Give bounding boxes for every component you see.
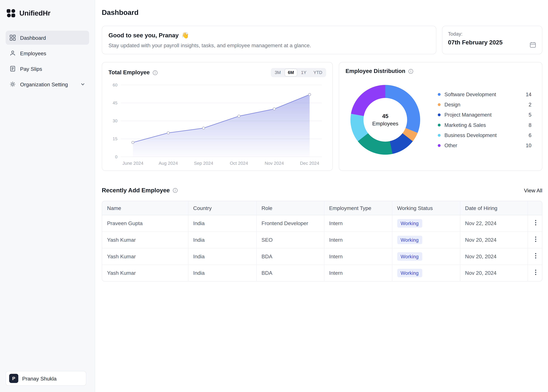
- app-logo-icon: [6, 8, 16, 18]
- country-cell: India: [188, 265, 257, 281]
- row-actions-cell: [527, 248, 542, 265]
- svg-text:15: 15: [113, 136, 118, 141]
- row-menu-button[interactable]: [533, 252, 538, 260]
- row-menu-button[interactable]: [533, 269, 538, 277]
- sidebar-item-employees[interactable]: Employees: [6, 46, 89, 60]
- legend-dot: [438, 113, 441, 116]
- sidebar-item-dashboard[interactable]: Dashboard: [6, 31, 89, 45]
- working-status-cell: Working: [392, 231, 460, 248]
- dashboard-icon: [9, 35, 16, 41]
- col-header-employment-type: Employment Type: [324, 201, 392, 215]
- legend-value: 14: [526, 91, 531, 97]
- row-actions-cell: [527, 231, 542, 248]
- legend-label: Design: [444, 102, 460, 107]
- range-6m-button[interactable]: 6M: [285, 69, 297, 77]
- col-header-actions: [527, 201, 542, 215]
- date-of-hiring-cell: Nov 22, 2024: [460, 215, 527, 231]
- today-date: 07th February 2025: [448, 39, 536, 46]
- sidebar-item-label: Dashboard: [20, 35, 46, 41]
- employee-distribution-header: Employee Distribution: [346, 68, 535, 74]
- employee-distribution-title: Employee Distribution: [346, 68, 405, 74]
- col-header-name: Name: [102, 201, 188, 215]
- welcome-greeting: Good to see you, Pranay 👋: [109, 32, 430, 39]
- country-cell: India: [188, 248, 257, 265]
- wave-emoji: 👋: [181, 32, 189, 39]
- legend-dot: [438, 144, 441, 147]
- recent-employees-title: Recently Add Employee: [102, 187, 170, 194]
- gear-icon: [9, 81, 16, 87]
- svg-text:Aug 2024: Aug 2024: [159, 161, 178, 166]
- employee-name-cell: Yash Kumar: [102, 248, 188, 265]
- user-profile[interactable]: P Pranay Shukla: [6, 371, 86, 386]
- app-logo: UnifiedHr: [6, 8, 88, 18]
- sidebar: UnifiedHr Dashboard: [0, 0, 95, 392]
- main-content: Dashboard Good to see you, Pranay 👋 Stay…: [95, 0, 548, 392]
- legend-item: Design2: [438, 102, 531, 107]
- legend-label: Other: [444, 142, 457, 148]
- svg-text:Dec 2024: Dec 2024: [300, 161, 319, 166]
- info-icon[interactable]: [173, 188, 178, 193]
- employee-name-cell: Yash Kumar: [102, 265, 188, 281]
- recent-employees-table-body: Praveen GuptaIndiaFrontend DeveloperInte…: [102, 215, 542, 281]
- avatar: P: [9, 374, 18, 383]
- legend-dot: [438, 93, 441, 96]
- range-3m-button[interactable]: 3M: [271, 69, 284, 77]
- row-menu-button[interactable]: [533, 219, 538, 227]
- employment-type-cell: Intern: [324, 248, 392, 265]
- row-actions-cell: [527, 215, 542, 231]
- role-cell: SEO: [256, 231, 324, 248]
- legend-item: Software Development14: [438, 91, 531, 97]
- total-employee-title: Total Employee: [109, 70, 150, 76]
- legend-item: Business Development6: [438, 132, 531, 138]
- table-row: Yash KumarIndiaSEOInternWorkingNov 20, 2…: [102, 231, 542, 248]
- sidebar-item-organization-setting[interactable]: Organization Setting: [6, 77, 89, 91]
- range-1y-button[interactable]: 1Y: [298, 69, 310, 77]
- today-card: Today: 07th February 2025: [442, 26, 542, 54]
- view-all-link[interactable]: View All: [524, 188, 542, 194]
- role-cell: Frontend Developer: [256, 215, 324, 231]
- legend-value: 10: [526, 142, 531, 148]
- donut-center-label: Employees: [372, 120, 398, 126]
- legend-item: Marketing & Sales8: [438, 122, 531, 128]
- svg-text:Oct 2024: Oct 2024: [230, 161, 248, 166]
- country-cell: India: [188, 215, 257, 231]
- working-status-cell: Working: [392, 248, 460, 265]
- info-icon[interactable]: [153, 70, 158, 75]
- legend-value: 8: [529, 122, 531, 128]
- role-cell: BDA: [256, 248, 324, 265]
- legend-value: 6: [529, 132, 531, 138]
- recent-employees-table: Name Country Role Employment Type Workin…: [102, 201, 542, 281]
- donut-center: 45 Employees: [350, 85, 420, 154]
- col-header-date-of-hiring: Date of Hiring: [460, 201, 527, 215]
- svg-text:Sep 2024: Sep 2024: [194, 161, 213, 166]
- col-header-role: Role: [256, 201, 324, 215]
- user-name: Pranay Shukla: [22, 375, 57, 381]
- date-of-hiring-cell: Nov 20, 2024: [460, 265, 527, 281]
- legend-value: 2: [529, 102, 531, 107]
- legend-label: Project Management: [444, 112, 492, 118]
- donut-center-value: 45: [382, 113, 388, 119]
- sidebar-item-label: Employees: [20, 50, 46, 56]
- row-menu-button[interactable]: [533, 236, 538, 244]
- range-ytd-button[interactable]: YTD: [310, 69, 325, 77]
- row-actions-cell: [527, 265, 542, 281]
- status-badge: Working: [397, 269, 422, 277]
- welcome-subtitle: Stay updated with your payroll insights,…: [109, 42, 430, 48]
- employee-distribution-body: 45 Employees Software Development14Desig…: [346, 85, 535, 154]
- top-row: Good to see you, Pranay 👋 Stay updated w…: [102, 26, 542, 54]
- legend-item: Project Management5: [438, 112, 531, 118]
- sidebar-item-label: Organization Setting: [20, 81, 68, 87]
- legend-label: Marketing & Sales: [444, 122, 486, 128]
- info-icon[interactable]: [408, 69, 413, 74]
- role-cell: BDA: [256, 265, 324, 281]
- legend-dot: [438, 134, 441, 137]
- today-label: Today:: [448, 31, 536, 37]
- person-icon: [9, 50, 16, 56]
- recent-employees-header: Recently Add Employee View All: [102, 187, 542, 194]
- date-of-hiring-cell: Nov 20, 2024: [460, 231, 527, 248]
- distribution-legend: Software Development14Design2Project Man…: [438, 91, 534, 148]
- page-title: Dashboard: [102, 8, 542, 17]
- employment-type-cell: Intern: [324, 265, 392, 281]
- sidebar-item-pay-slips[interactable]: Pay Slips: [6, 62, 89, 76]
- app-name: UnifiedHr: [19, 9, 50, 17]
